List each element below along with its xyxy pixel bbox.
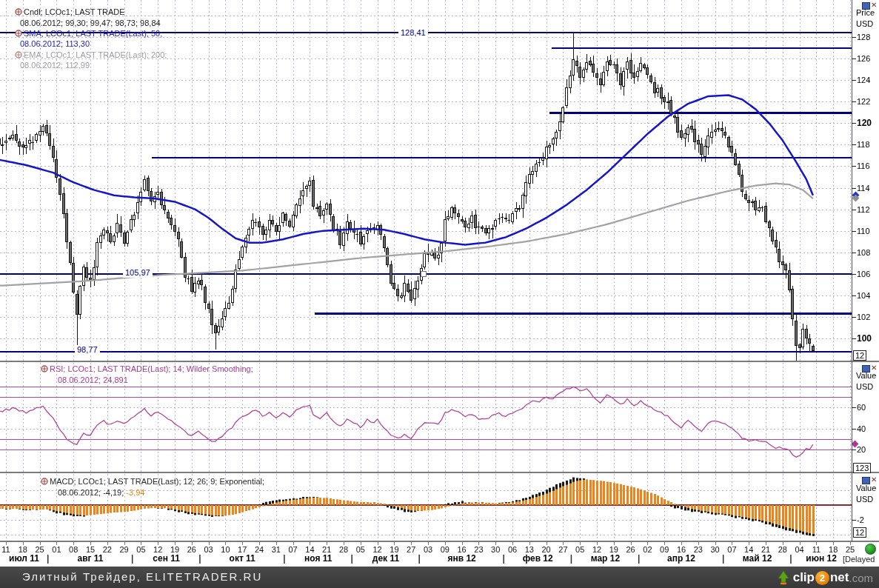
macd-scale-box[interactable]: 12 xyxy=(853,527,866,538)
date-month-label: янв 12 xyxy=(436,553,488,564)
legend-rsi-label: RSI; LCOc1; LAST TRADE(Last); 14; Wilder… xyxy=(50,364,253,373)
price-tick-label: 128 xyxy=(857,32,870,42)
date-week-label: 02 xyxy=(639,545,655,554)
footer-bar: Элитный Трейдер, ELITETRADER.RU clip 2 n… xyxy=(0,567,879,588)
legend-sma[interactable]: SMA; LCOc1; LAST TRADE(Last); 50; xyxy=(15,29,162,38)
legend-macd-values: 08.06.2012; -4,19; -3,94 xyxy=(58,488,144,497)
date-month-label: фев 12 xyxy=(512,553,564,564)
date-month-label: мар 12 xyxy=(579,553,631,564)
logo-text-clip: clip xyxy=(793,570,815,585)
price-tick-label: 122 xyxy=(857,96,870,107)
delayed-feed-label: [Delayed xyxy=(843,555,875,564)
legend-candle-values: 08.06.2012; 99,30; 99,47; 98,73; 98,84 xyxy=(20,19,161,27)
month-divider: | xyxy=(570,553,572,564)
date-month-label: май 12 xyxy=(732,553,783,564)
study-icon xyxy=(15,30,22,37)
macd-tick-label: -2 xyxy=(857,515,864,525)
hline-label-98-77: 98,77 xyxy=(75,345,100,355)
month-divider: | xyxy=(638,553,640,564)
legend-macd-label: MACD; LCOc1; LAST TRADE(Last); 12; 26; 9… xyxy=(50,477,264,486)
price-axis-title-line1: Price xyxy=(856,7,875,19)
month-divider: | xyxy=(131,553,133,564)
month-divider: | xyxy=(198,553,201,564)
price-scale-box[interactable]: 12 xyxy=(853,350,866,361)
rsi-axis-title-line2: USD xyxy=(856,381,876,392)
macd-axis-title-line1: Value xyxy=(856,483,876,494)
legend-sma-values: 08.06.2012; 113,30 xyxy=(20,39,90,48)
legend-rsi-values: 08.06.2012; 24,891 xyxy=(58,375,128,384)
study-icon xyxy=(15,8,22,16)
legend-macd[interactable]: MACD; LCOc1; LAST TRADE(Last); 12; 26; 9… xyxy=(41,477,264,486)
study-icon xyxy=(15,51,22,59)
rsi-axis-title-line1: Value xyxy=(856,370,876,381)
date-month-label: сен 11 xyxy=(141,553,193,564)
hline-label-105-97: 105,97 xyxy=(123,268,153,278)
legend-candle[interactable]: Cndl; LCOc1; LAST TRADE xyxy=(15,7,125,16)
legend-macd-value: 08.06.2012; -4,19; xyxy=(58,488,126,497)
date-week-label: 29 xyxy=(116,545,133,554)
price-tick-label: 106 xyxy=(857,269,870,279)
price-tick-label: 116 xyxy=(857,161,870,171)
legend-macd-signal-value: -3,94 xyxy=(126,488,144,497)
rsi-tick-label: 60 xyxy=(857,402,866,412)
date-week-label: 30 xyxy=(707,545,723,554)
price-tick-label: 126 xyxy=(857,53,870,64)
rsi-scale-box[interactable]: 123 xyxy=(853,463,871,473)
rsi-tick-label: 40 xyxy=(857,424,866,434)
date-month-label: ноя 11 xyxy=(293,553,344,564)
price-tick-label: 108 xyxy=(857,247,870,258)
month-divider: | xyxy=(47,553,49,564)
logo-text-net: net xyxy=(830,570,849,585)
date-month-label: июн 12 xyxy=(795,553,847,564)
hline-drag-handle[interactable] xyxy=(421,271,427,277)
date-month-label: авг 11 xyxy=(64,553,116,564)
macd-axis-title-line2: USD xyxy=(856,494,876,505)
clip2net-logo[interactable]: clip 2 net .com xyxy=(777,569,873,587)
price-tick-label: 124 xyxy=(857,75,870,85)
rsi-axis-title: Value USD xyxy=(856,370,876,392)
date-month-label: окт 11 xyxy=(216,553,268,564)
legend-candle-label: Cndl; LCOc1; LAST TRADE xyxy=(24,7,125,16)
legend-ema-values: 08.06.2012; 112,99 xyxy=(20,61,90,70)
month-divider: | xyxy=(503,553,505,564)
price-axis-title-line2: USD xyxy=(856,19,875,30)
legend-ema[interactable]: EMA; LCOc1; LAST TRADE(Last); 200; xyxy=(15,50,167,59)
macd-axis-title: Value USD xyxy=(856,483,876,505)
date-week-label: 31 xyxy=(268,545,284,554)
hline-label-128-41: 128,41 xyxy=(398,28,428,38)
logo-text-com: .com xyxy=(849,572,873,584)
price-axis-title: Price USD xyxy=(856,7,875,30)
study-icon xyxy=(41,478,48,485)
date-month-label: июл 11 xyxy=(0,553,50,564)
upload-arrow-icon xyxy=(777,570,790,585)
month-divider: | xyxy=(418,553,421,564)
month-divider: | xyxy=(789,553,792,564)
price-tick-label: 114 xyxy=(857,183,870,193)
legend-rsi[interactable]: RSI; LCOc1; LAST TRADE(Last); 14; Wilder… xyxy=(41,364,253,373)
date-week-label: 30 xyxy=(487,545,504,554)
study-icon xyxy=(41,365,48,372)
date-month-label: апр 12 xyxy=(655,553,707,564)
date-month-label: дек 11 xyxy=(360,553,412,564)
price-tick-label: 100 xyxy=(857,333,872,344)
connection-status-icon xyxy=(865,544,876,555)
trading-terminal-chart-window: Cndl; LCOc1; LAST TRADE 08.06.2012; 99,3… xyxy=(0,0,879,588)
legend-sma-label: SMA; LCOc1; LAST TRADE(Last); 50; xyxy=(24,29,162,38)
month-divider: | xyxy=(283,553,285,564)
date-week-label: 03 xyxy=(201,545,217,554)
month-divider: | xyxy=(722,553,724,564)
legend-ema-label: EMA; LCOc1; LAST TRADE(Last); 200; xyxy=(24,50,167,59)
rsi-tick-label: 20 xyxy=(857,444,866,455)
price-tick-label: 104 xyxy=(857,290,870,301)
price-tick-label: 102 xyxy=(857,312,870,322)
price-tick-label: 112 xyxy=(857,204,870,215)
price-tick-label: 120 xyxy=(857,118,872,128)
price-tick-label: 118 xyxy=(857,139,870,150)
month-divider: | xyxy=(350,553,352,564)
price-tick-label: 110 xyxy=(857,226,870,236)
date-week-label: 01 xyxy=(48,545,64,554)
logo-badge-2: 2 xyxy=(815,571,829,585)
site-title: Элитный Трейдер, ELITETRADER.RU xyxy=(22,570,262,583)
date-week-label: 03 xyxy=(420,545,436,554)
